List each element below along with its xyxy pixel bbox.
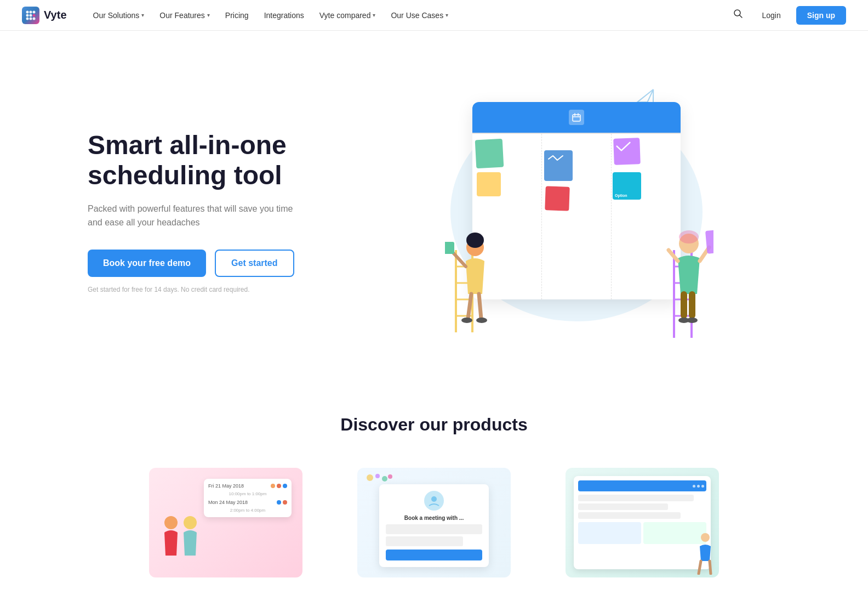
svg-point-25: [461, 318, 472, 323]
login-button[interactable]: Login: [755, 7, 787, 24]
dashboard-mini-cards: [578, 522, 706, 544]
svg-point-40: [687, 318, 698, 323]
dash-dot-3: [701, 485, 704, 488]
mini-cal-time-1: 10:00pm to 1:00pm: [208, 491, 287, 496]
form-submit-button[interactable]: [386, 550, 482, 560]
form-field-2: [386, 536, 463, 546]
dash-dot-1: [693, 485, 695, 488]
discover-section: Discover our products Fri 21 May 2018 10…: [0, 382, 868, 606]
mini-card-1: [578, 522, 641, 544]
svg-point-5: [33, 14, 36, 16]
svg-point-50: [388, 474, 392, 479]
svg-point-47: [367, 474, 373, 481]
booking-decorations: [366, 473, 393, 490]
mini-calendar-widget: Fri 21 May 2018 10:00pm to 1:00pm Mon 24…: [204, 479, 292, 517]
brand-logo[interactable]: Vyte: [22, 7, 67, 24]
sticky-note-cyan: Option: [613, 172, 641, 200]
svg-point-49: [382, 476, 387, 482]
svg-point-51: [701, 533, 710, 542]
nav-right: Login Sign up: [730, 5, 846, 25]
sticky-note-red: [545, 186, 570, 211]
svg-point-1: [30, 10, 32, 13]
product-preview-dashboard: [566, 468, 719, 577]
svg-line-23: [468, 294, 471, 319]
svg-point-0: [26, 10, 29, 13]
svg-point-22: [466, 233, 484, 248]
dash-row-2: [578, 503, 668, 510]
svg-point-46: [431, 496, 437, 502]
person-right-illustration: [659, 223, 713, 338]
svg-point-45: [184, 516, 197, 529]
hero-illustration: Option: [351, 75, 802, 349]
svg-point-26: [476, 318, 487, 323]
book-demo-button[interactable]: Book your free demo: [88, 250, 206, 277]
sticky-note-blue: [544, 150, 573, 181]
hero-subtitle: Packed with powerful features that will …: [88, 202, 296, 230]
person-left-illustration: [445, 223, 494, 332]
form-title: Book a meeting with ...: [386, 515, 482, 521]
logo-icon: [22, 7, 39, 24]
svg-point-8: [33, 17, 36, 20]
nav-our-features[interactable]: Our Features ▾: [153, 7, 216, 24]
product-preview-booking: Book a meeting with ...: [357, 468, 511, 577]
svg-line-52: [699, 561, 701, 574]
chevron-down-icon: ▾: [446, 12, 448, 18]
form-avatar: [424, 491, 444, 511]
sticky-note-green: [475, 139, 504, 169]
svg-rect-11: [573, 115, 580, 121]
product-preview-calendar: Fri 21 May 2018 10:00pm to 1:00pm Mon 24…: [149, 468, 302, 577]
signup-button[interactable]: Sign up: [796, 6, 846, 25]
nav-vyte-compared[interactable]: Vyte compared ▾: [313, 7, 382, 24]
dash-row-1: [578, 495, 694, 501]
form-field-1: [386, 524, 482, 534]
dot-red: [277, 484, 281, 488]
hero-title: Smart all-in-one scheduling tool: [88, 130, 351, 190]
nav-our-solutions[interactable]: Our Solutions ▾: [87, 7, 151, 24]
svg-point-3: [26, 14, 29, 16]
svg-point-7: [30, 17, 32, 20]
sticky-note-yellow: [477, 172, 501, 196]
svg-rect-37: [681, 291, 687, 319]
calendar-header-icon: [569, 110, 584, 125]
brand-name: Vyte: [44, 9, 67, 21]
navbar: Vyte Our Solutions ▾ Our Features ▾ Pric…: [0, 0, 868, 31]
nav-links: Our Solutions ▾ Our Features ▾ Pricing I…: [87, 7, 730, 24]
calendar-column-2: [542, 134, 612, 299]
chevron-down-icon: ▾: [207, 12, 210, 18]
product-card-calendar: Fri 21 May 2018 10:00pm to 1:00pm Mon 24…: [138, 468, 313, 588]
product-card-booking: Book a meeting with ...: [346, 468, 522, 588]
dashboard-header: [578, 480, 706, 491]
mini-cal-date-2: Mon 24 May 2018: [208, 500, 287, 506]
svg-point-4: [30, 14, 32, 16]
search-icon[interactable]: [730, 5, 746, 25]
get-started-button[interactable]: Get started: [215, 250, 294, 277]
svg-point-44: [164, 516, 178, 529]
hero-section: Smart all-in-one scheduling tool Packed …: [0, 31, 868, 382]
svg-line-53: [710, 561, 711, 574]
calendar-illustration: Option: [461, 80, 692, 343]
hero-content: Smart all-in-one scheduling tool Packed …: [88, 130, 351, 293]
chevron-down-icon: ▾: [141, 12, 144, 18]
nav-use-cases[interactable]: Our Use Cases ▾: [384, 7, 455, 24]
hero-note: Get started for free for 14 days. No cre…: [88, 286, 351, 293]
svg-line-24: [479, 294, 481, 319]
dot-red-2: [283, 500, 287, 505]
nav-pricing[interactable]: Pricing: [219, 7, 255, 24]
dashboard-person: [689, 531, 716, 575]
calendar-header: [472, 102, 681, 133]
dash-row-3: [578, 512, 681, 519]
svg-point-48: [375, 474, 380, 478]
dot-blue-2: [277, 500, 281, 505]
nav-integrations[interactable]: Integrations: [258, 7, 311, 24]
dot-orange: [271, 484, 275, 488]
product-persons-illustration: [160, 512, 204, 577]
mini-cal-date-1: Fri 21 May 2018: [208, 483, 287, 489]
calendar-body: Option: [472, 133, 681, 299]
calendar-board: Option: [472, 102, 681, 299]
svg-point-6: [26, 17, 29, 20]
products-grid: Fri 21 May 2018 10:00pm to 1:00pm Mon 24…: [22, 468, 846, 588]
svg-line-10: [740, 15, 743, 18]
svg-rect-28: [445, 242, 454, 254]
hero-buttons: Book your free demo Get started: [88, 250, 351, 277]
dot-blue: [283, 484, 287, 488]
